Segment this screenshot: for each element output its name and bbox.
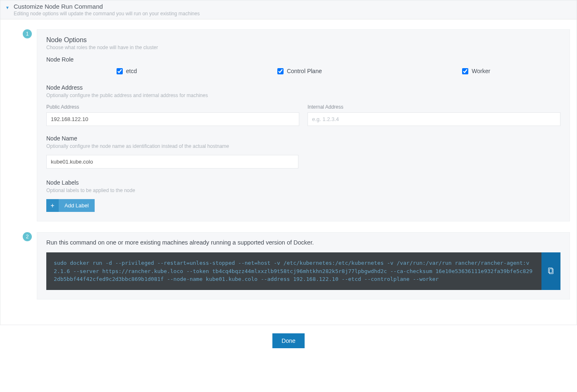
step-1: 1 Node Options Choose what roles the nod… xyxy=(37,29,570,221)
public-address-input[interactable] xyxy=(46,112,299,126)
collapse-chevron-icon[interactable]: ▼ xyxy=(5,5,10,10)
checkbox-worker[interactable] xyxy=(462,68,468,74)
footer-row: Done xyxy=(0,325,577,359)
step-badge-1: 1 xyxy=(23,29,32,38)
node-name-title: Node Name xyxy=(46,135,560,142)
copy-button[interactable] xyxy=(541,252,560,290)
internal-address-label: Internal Address xyxy=(308,104,560,110)
header-subtitle: Editing node options will update the com… xyxy=(14,11,200,17)
node-name-input[interactable] xyxy=(46,155,298,169)
label-etcd[interactable]: etcd xyxy=(126,68,137,74)
clipboard-icon xyxy=(547,267,555,275)
node-role-row: etcd Control Plane Worker xyxy=(46,64,560,84)
node-address-title: Node Address xyxy=(46,84,560,91)
checkbox-control-plane[interactable] xyxy=(277,68,284,74)
main-panel: 1 Node Options Choose what roles the nod… xyxy=(0,19,577,325)
add-label-button[interactable]: + Add Label xyxy=(46,199,95,212)
node-options-subtitle: Choose what roles the node will have in … xyxy=(46,45,560,50)
step-2: 2 Run this command on one or more existi… xyxy=(37,232,570,299)
done-button[interactable]: Done xyxy=(272,333,304,348)
internal-address-input[interactable] xyxy=(308,112,560,126)
label-control-plane[interactable]: Control Plane xyxy=(287,68,322,74)
node-labels-title: Node Labels xyxy=(46,179,560,186)
node-labels-subtitle: Optional labels to be applied to the nod… xyxy=(46,188,560,193)
plus-icon: + xyxy=(46,199,59,212)
command-code[interactable]: sudo docker run -d --privileged --restar… xyxy=(46,252,541,290)
checkbox-etcd[interactable] xyxy=(117,68,123,74)
run-instruction: Run this command on one or more existing… xyxy=(46,239,560,246)
add-label-text: Add Label xyxy=(59,199,95,212)
node-role-label: Node Role xyxy=(46,56,560,63)
step-badge-2: 2 xyxy=(23,232,32,241)
node-address-subtitle: Optionally configure the public address … xyxy=(46,93,560,98)
node-name-subtitle: Optionally configure the node name as id… xyxy=(46,143,560,149)
public-address-label: Public Address xyxy=(46,104,299,110)
page-header: ▼ Customize Node Run Command Editing nod… xyxy=(0,0,577,19)
label-worker[interactable]: Worker xyxy=(472,68,490,74)
node-options-title: Node Options xyxy=(46,36,560,44)
header-title: Customize Node Run Command xyxy=(14,3,200,10)
